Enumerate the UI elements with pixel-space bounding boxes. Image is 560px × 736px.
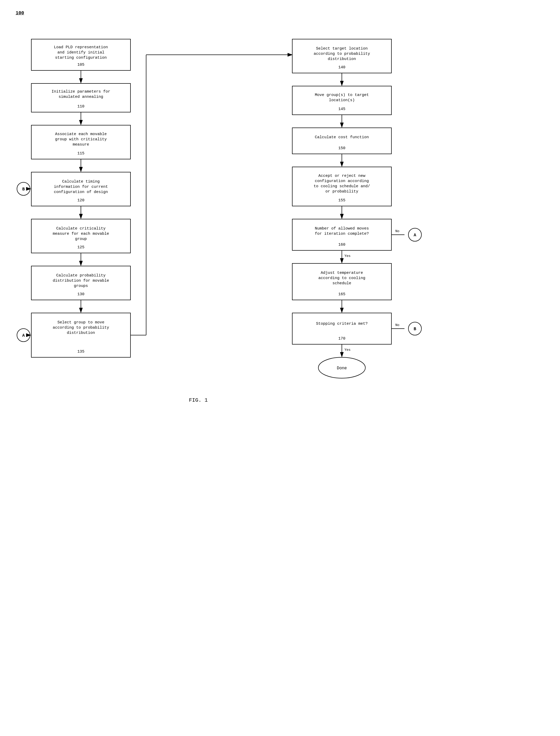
connector-a-in-label: A	[22, 333, 25, 338]
box-160-number: 160	[338, 243, 345, 247]
box-130-line2: distribution for movable	[53, 279, 109, 283]
box-130-line1: Calculate probability	[56, 273, 105, 278]
box-120-line1: Calculate timing	[62, 180, 100, 184]
box-155-line1: Accept or reject new	[318, 174, 365, 178]
box-135-line2: according to probability	[53, 326, 109, 330]
box-105-line1: Load PLD representation	[54, 45, 108, 50]
box-155-number: 155	[338, 198, 345, 203]
box-140-line2: according to probability	[314, 52, 370, 56]
box-155-line2: configuration according	[315, 179, 369, 183]
done-label: Done	[337, 366, 347, 370]
box-120-number: 120	[77, 198, 84, 203]
box-125-line3: group	[75, 237, 87, 241]
box-115-line3: measure	[73, 142, 89, 147]
box-145-line1: Move group(s) to target	[315, 93, 369, 97]
box-170-number: 170	[338, 337, 345, 341]
box-170-line1: Stopping criteria met?	[316, 322, 368, 326]
yes-label-160: Yes	[344, 254, 350, 258]
box-110-line1: Initialize parameters for	[51, 89, 110, 94]
box-140-line3: distribution	[328, 57, 356, 61]
box-135-line3: distribution	[67, 331, 95, 335]
box-165-line3: schedule	[332, 281, 351, 286]
box-160-line1: Number of allowed moves	[315, 226, 369, 231]
box-105-line2: and identify initial	[57, 50, 104, 55]
box-165-line1: Adjust temperature	[321, 271, 363, 275]
no-label-160: No	[395, 229, 400, 233]
box-105-line3: starting configuration	[55, 56, 107, 60]
box-135-line1: Select group to move	[57, 320, 104, 325]
box-150-number: 150	[338, 146, 345, 151]
page-label: 100	[16, 10, 24, 16]
box-115-line2: group with criticality	[55, 137, 107, 142]
yes-label-170: Yes	[344, 348, 350, 352]
box-155-line4: or probability	[325, 189, 358, 194]
box-120-line3: configuration of design	[54, 190, 108, 194]
box-115-number: 115	[77, 151, 84, 156]
box-145-line2: location(s)	[329, 98, 355, 103]
no-label-170: No	[395, 323, 400, 327]
box-140-number: 140	[338, 65, 345, 70]
box-105-number: 105	[77, 63, 84, 67]
box-165-line2: according to cooling	[318, 276, 365, 280]
box-130-line3: groups	[74, 284, 88, 288]
box-110-number: 110	[77, 104, 84, 109]
box-150-line1: Calculate cost function	[315, 135, 369, 140]
connector-a-out-label: A	[414, 233, 416, 238]
box-140-line1: Select target location	[316, 46, 368, 51]
box-165-number: 165	[338, 292, 345, 297]
box-110-line2: simulated annealing	[58, 95, 103, 99]
box-130-number: 130	[77, 292, 84, 297]
box-155-line3: to cooling schedule and/	[314, 184, 370, 189]
box-115-line1: Associate each movable	[55, 132, 107, 136]
flowchart-diagram: Load PLD representation and identify ini…	[16, 23, 550, 728]
connector-b-label: B	[22, 187, 25, 192]
box-160-line2: for iteration complete?	[315, 232, 369, 236]
box-125-number: 125	[77, 245, 84, 250]
box-135-number: 135	[77, 350, 84, 354]
box-145-number: 145	[338, 107, 345, 111]
fig-label: FIG. 1	[189, 397, 208, 403]
box-125-line2: measure for each movable	[53, 232, 109, 236]
box-120-line2: information for current	[54, 185, 108, 189]
box-125-line1: Calculate criticality	[56, 226, 105, 231]
connector-b-out-label: B	[414, 327, 416, 332]
